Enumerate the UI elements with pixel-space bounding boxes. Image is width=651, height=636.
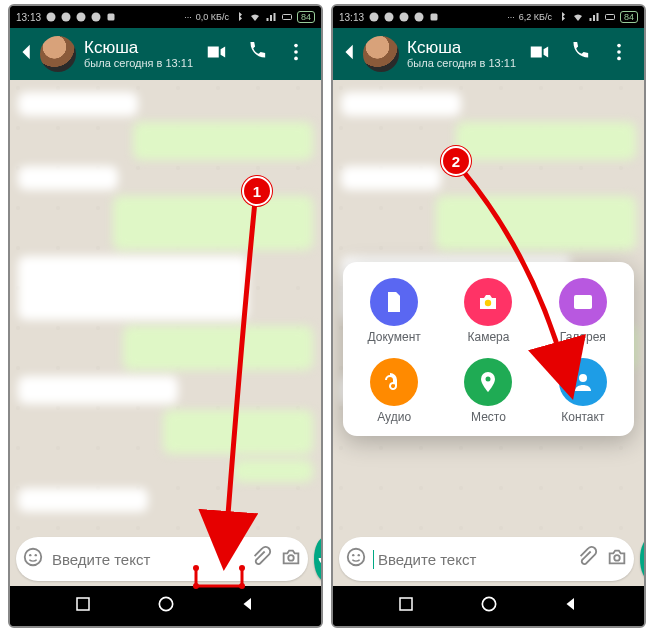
nav-recents-icon[interactable]: [397, 595, 415, 617]
svg-point-3: [92, 13, 101, 22]
svg-point-11: [35, 554, 37, 556]
nav-home-icon[interactable]: [156, 594, 176, 618]
phone-left: 13:13 ··· 0,0 КБ/с 84 Ксюша была сегодня…: [8, 4, 323, 628]
chat-header: Ксюша была сегодня в 13:11: [333, 28, 644, 80]
svg-rect-5: [282, 15, 291, 20]
voice-call-icon[interactable]: [568, 41, 590, 67]
attach-document-label: Документ: [368, 330, 421, 344]
nav-back-icon[interactable]: [562, 595, 580, 617]
svg-point-9: [25, 549, 42, 566]
volte-icon: [604, 11, 616, 23]
svg-point-27: [617, 57, 621, 61]
status-time: 13:13: [339, 12, 364, 23]
contact-status: была сегодня в 13:11: [407, 57, 528, 69]
voice-call-icon[interactable]: [245, 41, 267, 67]
battery-icon: 84: [297, 11, 315, 23]
attach-contact[interactable]: Контакт: [536, 358, 630, 424]
attachment-sheet: Документ Камера Галерея Аудио Место Конт…: [343, 262, 634, 436]
android-navbar: [333, 586, 644, 626]
svg-point-0: [47, 13, 56, 22]
back-icon[interactable]: [339, 41, 361, 67]
avatar[interactable]: [363, 36, 399, 72]
svg-point-33: [348, 549, 365, 566]
attach-camera[interactable]: Камера: [441, 278, 535, 344]
svg-rect-13: [77, 598, 89, 610]
header-title-block[interactable]: Ксюша была сегодня в 13:11: [407, 39, 528, 70]
emoji-icon[interactable]: [22, 546, 44, 572]
attach-document[interactable]: Документ: [347, 278, 441, 344]
battery-icon: 84: [620, 11, 638, 23]
status-net: 0,0 КБ/с: [196, 12, 229, 22]
volte-icon: [281, 11, 293, 23]
chat-body[interactable]: Документ Камера Галерея Аудио Место Конт…: [333, 80, 644, 532]
svg-point-25: [617, 44, 621, 48]
video-call-icon[interactable]: [205, 41, 227, 67]
message-input[interactable]: [373, 550, 570, 569]
attach-location-label: Место: [471, 410, 506, 424]
svg-point-19: [370, 13, 379, 22]
status-app-icons: [368, 11, 440, 23]
status-time: 13:13: [16, 12, 41, 23]
svg-point-31: [486, 377, 491, 382]
emoji-icon[interactable]: [345, 546, 367, 572]
svg-rect-23: [431, 14, 438, 21]
svg-point-36: [614, 555, 620, 561]
bluetooth-icon: [556, 11, 568, 23]
bluetooth-icon: [233, 11, 245, 23]
svg-point-20: [385, 13, 394, 22]
header-title-block[interactable]: Ксюша была сегодня в 13:11: [84, 39, 205, 70]
svg-point-7: [294, 50, 298, 54]
svg-point-38: [482, 597, 495, 610]
attach-icon[interactable]: [250, 546, 272, 572]
contact-name: Ксюша: [407, 39, 528, 58]
input-bar: [10, 532, 321, 586]
svg-point-28: [485, 300, 491, 306]
video-call-icon[interactable]: [528, 41, 550, 67]
svg-point-1: [62, 13, 71, 22]
status-bar: 13:13 ··· 0,0 КБ/с 84: [10, 6, 321, 28]
menu-icon[interactable]: [285, 41, 307, 67]
avatar[interactable]: [40, 36, 76, 72]
input-bar: [333, 532, 644, 586]
wifi-icon: [572, 11, 584, 23]
attach-gallery-label: Галерея: [560, 330, 606, 344]
mic-button[interactable]: [640, 537, 646, 581]
attach-icon[interactable]: [576, 546, 598, 572]
attach-camera-label: Камера: [468, 330, 510, 344]
svg-point-6: [294, 44, 298, 48]
svg-point-34: [352, 554, 354, 556]
contact-name: Ксюша: [84, 39, 205, 58]
chat-header: Ксюша была сегодня в 13:11: [10, 28, 321, 80]
android-navbar: [10, 586, 321, 626]
camera-icon[interactable]: [280, 546, 302, 572]
camera-icon[interactable]: [606, 546, 628, 572]
chat-body[interactable]: [10, 80, 321, 532]
attach-location[interactable]: Место: [441, 358, 535, 424]
svg-point-12: [288, 555, 294, 561]
svg-rect-4: [108, 14, 115, 21]
attach-audio-label: Аудио: [377, 410, 411, 424]
wifi-icon: [249, 11, 261, 23]
contact-status: была сегодня в 13:11: [84, 57, 205, 69]
back-icon[interactable]: [16, 41, 38, 67]
attach-gallery[interactable]: Галерея: [536, 278, 630, 344]
signal-icon: [588, 11, 600, 23]
mic-button[interactable]: [314, 537, 323, 581]
svg-rect-37: [400, 598, 412, 610]
svg-point-8: [294, 57, 298, 61]
nav-recents-icon[interactable]: [74, 595, 92, 617]
svg-point-32: [579, 374, 587, 382]
message-input[interactable]: [50, 550, 244, 569]
status-app-icons: [45, 11, 117, 23]
nav-back-icon[interactable]: [239, 595, 257, 617]
menu-icon[interactable]: [608, 41, 630, 67]
status-bar: 13:13 ··· 6,2 КБ/с 84: [333, 6, 644, 28]
phone-right: 13:13 ··· 6,2 КБ/с 84 Ксюша была сегодня…: [331, 4, 646, 628]
signal-icon: [265, 11, 277, 23]
svg-point-35: [358, 554, 360, 556]
status-net: 6,2 КБ/с: [519, 12, 552, 22]
attach-audio[interactable]: Аудио: [347, 358, 441, 424]
svg-point-21: [400, 13, 409, 22]
nav-home-icon[interactable]: [479, 594, 499, 618]
svg-point-26: [617, 50, 621, 54]
